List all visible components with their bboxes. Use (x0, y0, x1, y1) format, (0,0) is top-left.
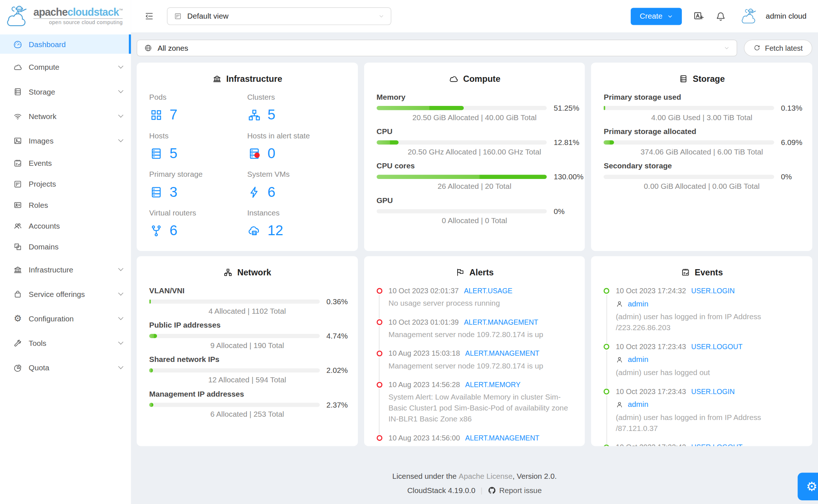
alert-type-link[interactable]: ALERT.USAGE (464, 286, 512, 296)
cluster-icon (223, 268, 233, 277)
event-user-link[interactable]: admin (628, 354, 648, 365)
sidebar-item-accounts[interactable]: Accounts (0, 215, 131, 236)
event-item: 10 Oct 2023 17:24:32USER.LOGIN admin (ad… (604, 286, 800, 342)
chevron-down-icon (118, 88, 123, 93)
alert-dot-icon (376, 382, 382, 387)
allocation-caption: 0.00 GiB Allocated | 0.00 GiB Total (604, 182, 800, 191)
alert-type-link[interactable]: ALERT.MEMORY (465, 380, 520, 390)
event-user-link[interactable]: admin (628, 399, 648, 410)
dashboard-grid: Infrastructure Pods 7 Clusters (137, 62, 812, 446)
event-text: (admin) user has logged in from IP Addre… (616, 312, 800, 333)
chevron-down-icon (118, 315, 123, 320)
metric-hosts-alert: Hosts in alert state 0 (247, 131, 345, 163)
alert-date: 10 Aug 2023 15:03:18 (389, 348, 460, 358)
event-user-link[interactable]: admin (628, 298, 648, 309)
chevron-down-icon (118, 64, 123, 69)
alert-dot-icon (376, 350, 382, 356)
sidebar-item-roles[interactable]: Roles (0, 195, 131, 215)
alert-date: 10 Oct 2023 02:01:37 (389, 286, 459, 295)
sidebar-item-quota[interactable]: Quota (0, 355, 131, 380)
apache-license-link[interactable]: Apache License (459, 472, 512, 481)
sidebar-item-service-offerings[interactable]: Service offerings (0, 282, 131, 306)
progress-bar: 2.02% (149, 368, 345, 373)
brand-wordmark: apachecloudstack™ open source cloud comp… (33, 7, 123, 25)
management-ip-section: Management IP addresses 2.37% 6 Allocate… (149, 389, 345, 419)
event-type-link[interactable]: USER.LOGOUT (691, 443, 742, 446)
user-menu[interactable]: admin cloud (737, 7, 806, 25)
sidebar-item-network[interactable]: Network (0, 104, 131, 128)
alert-type-link[interactable]: ALERT.MANAGEMENT (465, 434, 539, 443)
team-icon (13, 221, 23, 231)
allocation-caption: 9 Allocated | 190 Total (149, 341, 345, 350)
bank-icon (13, 265, 23, 274)
card-title: Infrastructure (226, 72, 282, 85)
report-issue-link[interactable]: Report issue (488, 486, 542, 495)
compute-gpu-section: GPU 0% 0 Allocated | 0 Total (376, 196, 573, 225)
notification-bell-icon[interactable] (715, 11, 726, 22)
section-label: Public IP addresses (149, 320, 345, 330)
monkey-cloud-logo-icon (4, 4, 31, 29)
sidebar-item-infrastructure[interactable]: Infrastructure (0, 257, 131, 282)
alerts-card: Alerts 10 Oct 2023 02:01:37ALERT.USAGE N… (364, 256, 585, 446)
alert-type-link[interactable]: ALERT.MANAGEMENT (464, 318, 538, 327)
event-type-link[interactable]: USER.LOGIN (691, 286, 735, 296)
picture-icon (13, 136, 23, 145)
chevron-down-icon (723, 45, 730, 51)
shopping-bag-icon (13, 289, 23, 299)
sidebar-item-events[interactable]: Events (0, 153, 131, 174)
compute-memory-section: Memory 51.25% 20.50 GiB Allocated | 40.0… (376, 92, 573, 122)
sidebar-item-dashboard[interactable]: Dashboard (0, 34, 131, 54)
server-alert-icon (247, 146, 261, 161)
section-label: CPU cores (376, 161, 573, 171)
cloud-icon (448, 74, 458, 84)
progress-fill (149, 334, 157, 338)
zone-selector[interactable]: All zones (137, 40, 737, 57)
alert-type-link[interactable]: ALERT.MANAGEMENT (465, 349, 539, 359)
progress-percent: 130.00% (547, 172, 573, 181)
alert-text: No usage server process running (389, 298, 573, 309)
menu-fold-icon[interactable] (144, 11, 154, 22)
thunderbolt-icon (247, 185, 261, 199)
fetch-latest-label: Fetch latest (765, 44, 803, 52)
fetch-latest-button[interactable]: Fetch latest (744, 40, 812, 57)
allocation-caption: 20.50 GiB Allocated | 40.00 GiB Total (376, 113, 573, 122)
alert-item: 10 Oct 2023 02:01:37ALERT.USAGE No usage… (376, 286, 573, 317)
settings-floating-button[interactable]: ⚙ (798, 473, 818, 500)
alert-text: Management server node 109.72.80.174 is … (389, 360, 573, 371)
card-title: Alerts (469, 266, 494, 279)
progress-fill (376, 106, 464, 110)
event-date: 10 Oct 2023 17:22:42 (616, 442, 686, 446)
progress-percent: 2.37% (320, 400, 345, 409)
trademark: ™ (119, 8, 123, 13)
calendar-check-icon (681, 268, 690, 277)
progress-percent: 4.74% (320, 332, 345, 340)
progress-fill (376, 140, 398, 144)
progress-bar: 12.81% (376, 140, 573, 145)
sidebar-item-label: Network (29, 112, 57, 120)
sidebar-item-compute[interactable]: Compute (0, 55, 131, 79)
event-item: 10 Oct 2023 17:23:43USER.LOGIN admin (ad… (604, 387, 800, 443)
progress-bar: 0.36% (149, 299, 345, 304)
sidebar-item-tools[interactable]: Tools (0, 331, 131, 355)
sidebar-item-storage[interactable]: Storage (0, 79, 131, 104)
sidebar-item-images[interactable]: Images (0, 128, 131, 153)
metric-label: Virtual routers (149, 208, 247, 218)
overlapping-squares-icon (13, 242, 23, 252)
create-button[interactable]: Create (631, 8, 682, 25)
metric-number: 6 (268, 183, 275, 201)
id-card-icon (13, 201, 23, 210)
event-dot-icon (604, 444, 609, 446)
event-type-link[interactable]: USER.LOGOUT (691, 342, 742, 352)
sidebar-item-configuration[interactable]: ⚙ Configuration (0, 306, 131, 331)
view-selector[interactable]: Default view (167, 7, 391, 25)
apache-cloudstack-logo[interactable]: apachecloudstack™ open source cloud comp… (0, 0, 131, 33)
sidebar-item-projects[interactable]: Projects (0, 174, 131, 195)
translate-icon[interactable] (693, 11, 704, 22)
chevron-down-icon (118, 112, 123, 118)
sidebar-item-label: Domains (29, 243, 59, 251)
progress-percent: 12.81% (547, 138, 573, 146)
event-type-link[interactable]: USER.LOGIN (691, 387, 735, 397)
metric-label: Primary storage (149, 169, 247, 179)
sidebar-item-domains[interactable]: Domains (0, 236, 131, 257)
sidebar-item-label: Projects (29, 180, 56, 188)
